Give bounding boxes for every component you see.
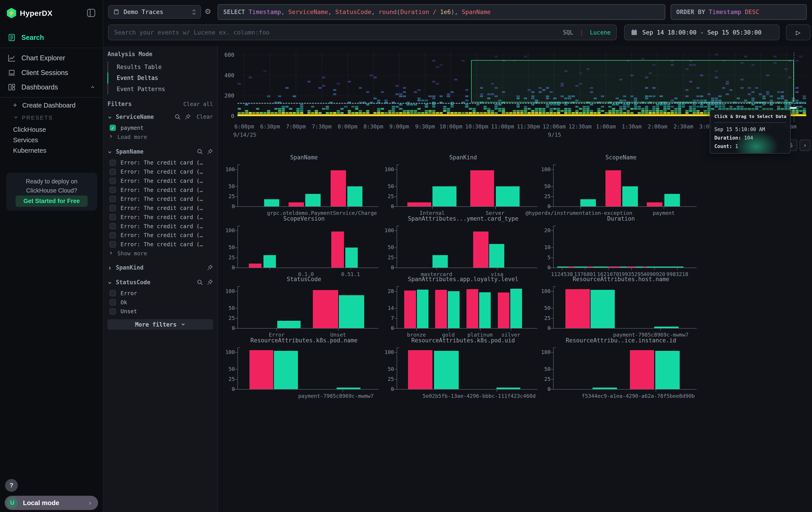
sql-mode-button[interactable]: SQL — [563, 29, 574, 36]
chart-plot-area[interactable] — [397, 286, 530, 328]
preset-clickhouse[interactable]: ClickHouse — [13, 125, 104, 135]
bar-outlier — [408, 350, 432, 389]
show-more-button[interactable]: Show more — [107, 250, 213, 257]
pin-icon[interactable] — [207, 149, 213, 155]
filter-option-spanname-6[interactable]: Error: The credit card (… — [107, 214, 213, 220]
bar-outlier — [435, 290, 447, 328]
search-input[interactable]: Search your events w/ Lucene ex. column:… — [108, 25, 617, 40]
presets-header[interactable]: PRESETS — [0, 113, 104, 123]
filter-option-spanname-5[interactable]: Error: The credit card (… — [107, 205, 213, 211]
checkbox[interactable] — [110, 308, 116, 315]
filter-option-statuscode-1[interactable]: Ok — [107, 299, 213, 306]
chart-ytick: 50 — [379, 183, 394, 189]
checkbox[interactable] — [110, 187, 116, 193]
query-token: StatusCode — [335, 8, 371, 16]
clear-filter-button[interactable]: Clear — [197, 113, 213, 120]
pin-icon[interactable] — [207, 265, 213, 271]
next-page-button[interactable]: › — [800, 140, 810, 151]
y-tick-mark — [395, 389, 397, 389]
search-icon[interactable] — [175, 114, 181, 120]
sidebar-item-search[interactable]: Search — [0, 30, 104, 45]
order-by-column: Timestamp — [709, 8, 741, 16]
clear-all-button[interactable]: Clear all — [183, 101, 213, 107]
sidebar-item-chart-explorer[interactable]: Chart Explorer — [0, 51, 104, 65]
filter-option-servicename-0[interactable]: ✓payment — [107, 125, 213, 131]
filter-option-spanname-2[interactable]: Error: The credit card (… — [107, 178, 213, 184]
get-started-button[interactable]: Get Started for Free — [16, 195, 88, 207]
filter-option-spanname-1[interactable]: Error: The credit card (… — [107, 168, 213, 175]
lucene-mode-button[interactable]: Lucene — [590, 29, 611, 36]
chart-ytick: 0 — [536, 325, 551, 331]
chart-plot-area[interactable] — [553, 226, 689, 268]
order-by-input[interactable]: ORDER BY Timestamp DESC — [671, 4, 807, 20]
source-select[interactable]: Demo Traces — [108, 5, 201, 19]
search-icon[interactable] — [197, 279, 203, 286]
more-filters-button[interactable]: More filters — [107, 319, 213, 330]
chart-ytick: 25 — [220, 376, 235, 382]
analysis-mode-event-patterns[interactable]: Event Patterns — [107, 83, 213, 95]
x-tick-mark — [664, 207, 664, 209]
create-dashboard-button[interactable]: + Create Dashboard — [0, 100, 104, 110]
checkbox[interactable] — [110, 160, 116, 166]
help-button[interactable]: ? — [5, 479, 18, 491]
chart-ytick: 0 — [220, 325, 235, 331]
filter-group-statuscode[interactable]: StatusCode — [107, 278, 213, 287]
filter-option-spanname-3[interactable]: Error: The credit card (… — [107, 187, 213, 193]
checkbox[interactable] — [110, 205, 116, 211]
checkbox[interactable] — [110, 290, 116, 296]
select-query-input[interactable]: SELECT Timestamp, ServiceName, StatusCod… — [218, 4, 665, 20]
analysis-mode-event-deltas[interactable]: Event Deltas — [107, 73, 213, 83]
gear-icon[interactable]: ⚙ — [205, 7, 211, 16]
filter-option-spanname-7[interactable]: Error: The credit card (… — [107, 223, 213, 230]
run-query-button[interactable]: ▷ — [786, 25, 810, 40]
avatar: U — [7, 497, 18, 508]
clickhouse-cloud-promo: Ready to deploy on ClickHouse Cloud? Get… — [6, 172, 97, 211]
filter-option-statuscode-0[interactable]: Error — [107, 290, 213, 297]
checkbox[interactable] — [110, 232, 116, 238]
preset-kubernetes[interactable]: Kubernetes — [13, 145, 104, 156]
load-more-button[interactable]: Load more — [107, 134, 213, 140]
heatmap-ytick: 0 — [219, 113, 234, 119]
x-tick-mark — [608, 268, 609, 270]
source-select-value: Demo Traces — [124, 8, 164, 16]
checkbox[interactable] — [110, 169, 116, 175]
search-icon[interactable] — [197, 149, 203, 155]
sidebar-collapse-icon[interactable] — [87, 8, 96, 19]
checkbox-checked[interactable]: ✓ — [110, 125, 116, 131]
analysis-mode-results-table[interactable]: Results Table — [107, 61, 213, 72]
filter-option-spanname-0[interactable]: Error: The credit card (… — [107, 159, 213, 166]
sidebar-item-client-sessions[interactable]: Client Sessions — [0, 65, 104, 80]
filter-group-servicename[interactable]: ServiceNameClear — [107, 113, 213, 121]
language-toggle[interactable]: SQL | Lucene — [563, 29, 611, 36]
checkbox[interactable] — [110, 178, 116, 184]
selection-box[interactable] — [471, 60, 793, 102]
chart-ytick: 14 — [379, 305, 394, 311]
filter-option-spanname-4[interactable]: Error: The credit card (… — [107, 196, 213, 202]
checkbox[interactable] — [110, 196, 116, 202]
filter-option-spanname-8[interactable]: Error: The credit card (… — [107, 232, 213, 238]
filter-option-statuscode-2[interactable]: Unset — [107, 308, 213, 315]
x-tick-mark — [432, 207, 433, 209]
x-tick-mark — [436, 268, 437, 270]
bar-inlier — [434, 351, 459, 389]
checkbox[interactable] — [110, 241, 116, 247]
filter-group-spankind[interactable]: SpanKind — [107, 263, 213, 272]
checkbox[interactable] — [110, 299, 116, 305]
chart-plot-area[interactable] — [397, 226, 530, 268]
filter-option-spanname-9[interactable]: Error: The credit card (… — [107, 241, 213, 247]
date-range-picker[interactable]: Sep 14 18:00:00 - Sep 15 05:30:00 — [624, 25, 780, 40]
pin-icon[interactable] — [207, 279, 213, 286]
y-tick-mark — [235, 379, 237, 380]
checkbox[interactable] — [110, 223, 116, 229]
y-tick-mark — [551, 328, 553, 329]
checkbox[interactable] — [110, 214, 116, 220]
filter-group-spanname[interactable]: SpanName — [107, 147, 213, 156]
pin-icon[interactable] — [184, 114, 191, 120]
y-tick-mark — [235, 352, 237, 353]
chart-ytick: 25 — [379, 254, 394, 261]
account-button[interactable]: U Local mode — [5, 496, 98, 510]
preset-services[interactable]: Services — [13, 135, 104, 145]
sidebar-item-dashboards[interactable]: Dashboards — [0, 80, 104, 95]
chart-ytick: 25 — [536, 193, 551, 199]
chart-ytick: 50 — [379, 366, 394, 372]
